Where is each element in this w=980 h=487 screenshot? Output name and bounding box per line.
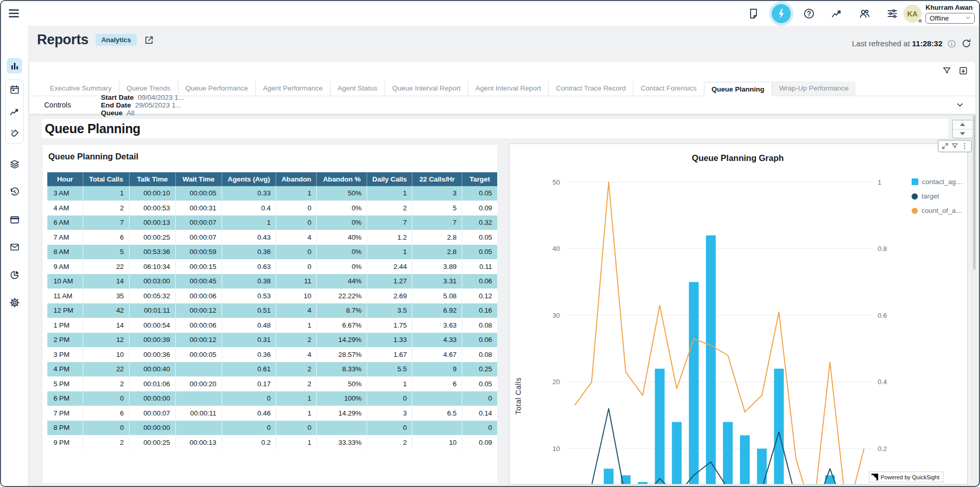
sidebar-item-calendar[interactable] xyxy=(7,82,22,97)
table-cell: 50% xyxy=(317,186,367,201)
table-cell: 5 xyxy=(412,201,462,216)
info-icon[interactable] xyxy=(947,39,956,48)
tab-queue-interval-report[interactable]: Queue Interval Report xyxy=(385,81,468,96)
table-cell: 0.32 xyxy=(462,215,497,230)
tab-wrap-up-performance[interactable]: Wrap-Up Performance xyxy=(772,81,856,96)
table-cell: 40% xyxy=(317,230,367,245)
table-cell: 0 xyxy=(462,391,497,406)
status-select[interactable]: Offline xyxy=(925,13,975,24)
tab-contract-trace-record[interactable]: Contract Trace Record xyxy=(548,81,633,96)
report-card: Executive SummaryQueue TrendsQueue Perfo… xyxy=(29,62,975,486)
table-cell: 00:00:13 xyxy=(130,215,176,230)
table-cell xyxy=(176,391,222,406)
control-value[interactable]: 09/04/2023 1... xyxy=(138,94,184,101)
column-header[interactable]: 22 Calls/Hr xyxy=(412,172,462,186)
table-cell: 0.36 xyxy=(222,245,277,260)
column-header[interactable]: Abandon % xyxy=(317,172,367,186)
topbar: KA Khurram Awan Offline xyxy=(1,1,979,26)
table-cell: 2 xyxy=(276,377,317,392)
column-header[interactable]: Hour xyxy=(47,172,83,186)
tab-queue-planning[interactable]: Queue Planning xyxy=(704,82,772,96)
table-row: 8 PM000:00:000000 xyxy=(47,421,497,436)
sidebar-item-line-chart[interactable] xyxy=(7,104,22,119)
sidebar-item-gear[interactable] xyxy=(7,295,22,310)
metrics-icon[interactable] xyxy=(827,4,846,23)
column-header[interactable]: Abandon xyxy=(276,172,317,186)
table-cell: 1 xyxy=(367,377,412,392)
legend-item-count_of_a[interactable]: count_of_a… xyxy=(912,207,963,214)
table-cell: 00:00:07 xyxy=(176,215,222,230)
table-cell: 14.29% xyxy=(317,406,367,421)
table-cell: 4 AM xyxy=(47,201,83,216)
table-cell: 00:00:45 xyxy=(176,274,222,289)
help-icon[interactable] xyxy=(800,4,819,23)
table-cell: 00:05:32 xyxy=(130,289,176,304)
table-cell: 14 xyxy=(83,274,130,289)
column-header[interactable]: Daily Calls xyxy=(367,172,412,186)
external-link-icon[interactable] xyxy=(144,35,154,45)
column-header[interactable]: Wait Time xyxy=(176,172,222,186)
table-cell xyxy=(176,421,222,436)
filter-funnel-icon[interactable] xyxy=(951,142,959,150)
sidebar-item-history[interactable] xyxy=(7,184,22,200)
table-cell: 0 xyxy=(222,421,277,436)
expand-icon[interactable] xyxy=(941,142,949,150)
sidebar-item-browser-window[interactable] xyxy=(7,212,22,227)
sliders-icon[interactable] xyxy=(883,4,902,23)
control-value[interactable]: 29/05/2023 1... xyxy=(135,101,182,109)
chevron-down-icon[interactable] xyxy=(956,101,964,109)
control-end-date[interactable]: End Date29/05/2023 1... xyxy=(101,101,184,109)
control-start-date[interactable]: Start Date09/04/2023 1... xyxy=(101,94,184,101)
table-row: 8 AM500:53:3600:00:590.3600%12.80.05 xyxy=(47,245,497,260)
table-cell: 0.36 xyxy=(222,348,277,363)
table-cell xyxy=(317,421,367,436)
status-value: Offline xyxy=(930,14,949,22)
table-cell: 00:53:36 xyxy=(130,245,176,260)
table-cell xyxy=(176,362,222,377)
table-cell: 11 xyxy=(276,274,317,289)
spinner-down-icon[interactable] xyxy=(953,130,972,138)
sidebar-item-mail[interactable] xyxy=(7,239,22,255)
table-cell: 8 AM xyxy=(47,245,83,260)
table-cell: 00:01:11 xyxy=(130,303,176,318)
table-cell: 14.29% xyxy=(317,333,367,348)
sidebar-item-bar-chart[interactable] xyxy=(7,58,22,74)
download-icon[interactable] xyxy=(958,66,968,78)
table-row: 11 AM3500:05:3200:00:060.531022.22%2.695… xyxy=(47,289,497,304)
spinner-up-icon[interactable] xyxy=(953,120,972,130)
table-cell: 33.33% xyxy=(317,436,367,450)
filter-icon[interactable] xyxy=(942,66,952,78)
sidebar-item-layers[interactable] xyxy=(7,156,22,172)
scrollbar-thumb[interactable] xyxy=(973,115,975,269)
column-header[interactable]: Agents (Avg) xyxy=(222,172,277,186)
control-queue[interactable]: QueueAll xyxy=(101,109,184,117)
flash-icon[interactable] xyxy=(772,4,791,23)
table-cell: 00:00:13 xyxy=(176,436,222,450)
tab-agent-interval-report[interactable]: Agent Interval Report xyxy=(468,81,549,96)
user-chip: KA Khurram Awan Offline xyxy=(903,4,975,24)
tab-agent-performance[interactable]: Agent Performance xyxy=(255,81,330,96)
legend-item-target[interactable]: target xyxy=(912,192,963,200)
avatar[interactable]: KA xyxy=(903,5,921,23)
table-cell: 0.09 xyxy=(462,436,497,450)
menu-icon[interactable] xyxy=(7,7,21,20)
sidebar-item-pie-chart[interactable] xyxy=(7,267,22,282)
sidebar-item-paintbrush[interactable] xyxy=(7,125,22,141)
quicksight-logo xyxy=(872,474,878,480)
notes-icon[interactable] xyxy=(744,4,763,23)
column-header[interactable]: Total Calls xyxy=(83,172,130,186)
refresh-icon[interactable] xyxy=(961,38,972,49)
tab-agent-status[interactable]: Agent Status xyxy=(330,81,385,96)
tab-contact-forensics[interactable]: Contact Forensics xyxy=(633,81,704,96)
control-value[interactable]: All xyxy=(126,109,134,117)
users-icon[interactable] xyxy=(855,4,874,23)
table-cell: 0.33 xyxy=(222,186,277,201)
column-header[interactable]: Target xyxy=(462,172,497,186)
table-cell: 00:01:06 xyxy=(130,377,176,392)
column-header[interactable]: Talk Time xyxy=(130,172,176,186)
table-cell: 0.16 xyxy=(462,303,497,318)
legend-item-contact_ag[interactable]: contact_ag… xyxy=(912,178,963,186)
kebab-menu-icon[interactable] xyxy=(960,142,969,150)
table-cell: 00:00:00 xyxy=(130,421,176,436)
app-window: KA Khurram Awan Offline Reports Analytic… xyxy=(0,0,980,487)
